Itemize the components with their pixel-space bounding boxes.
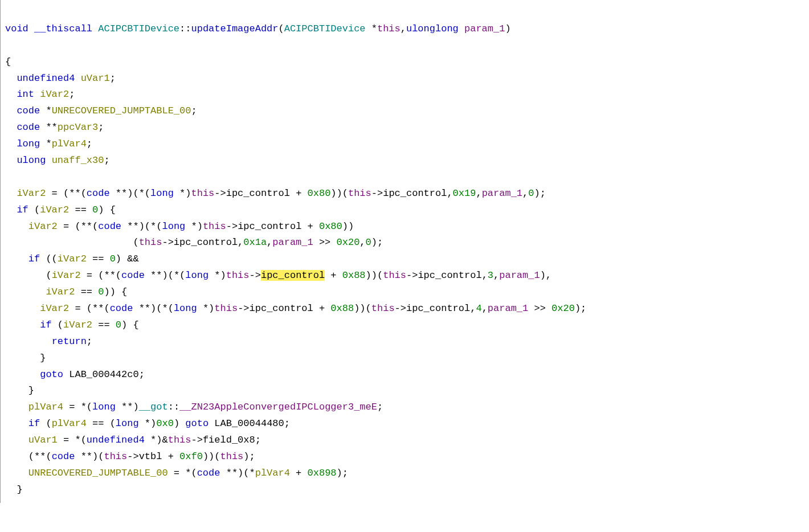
- global-symbol[interactable]: __ZN23AppleConvergedIPCLogger3_meE: [179, 402, 377, 412]
- param-this[interactable]: this: [377, 23, 401, 34]
- local-var[interactable]: ppcVar3: [58, 122, 98, 133]
- param-type: ulonglong: [406, 23, 459, 34]
- label-ref[interactable]: LAB_000442c0: [69, 369, 138, 380]
- decl-type: undefined4: [17, 73, 75, 84]
- open-brace: {: [5, 56, 11, 67]
- var-ref[interactable]: iVar2: [17, 188, 46, 199]
- label-ref[interactable]: LAB_00044480: [214, 418, 284, 429]
- got-ref[interactable]: __got: [139, 402, 168, 412]
- decl-type: code: [17, 122, 40, 133]
- calling-convention: __thiscall: [34, 23, 92, 34]
- local-var[interactable]: iVar2: [40, 89, 69, 100]
- local-var[interactable]: UNRECOVERED_JUMPTABLE_00: [52, 105, 191, 116]
- decl-type: code: [17, 105, 40, 116]
- decl-type: long: [17, 138, 40, 149]
- param-type[interactable]: ACIPCBTIDevice: [284, 23, 366, 34]
- return-type: void: [5, 23, 28, 34]
- field-ref[interactable]: vtbl: [139, 451, 162, 462]
- local-var[interactable]: uVar1: [81, 73, 110, 84]
- decl-type: int: [17, 89, 34, 100]
- highlighted-token[interactable]: ipc_control: [261, 270, 325, 281]
- decl-type: ulong: [17, 155, 46, 166]
- local-var[interactable]: unaff_x30: [52, 155, 104, 166]
- local-var[interactable]: plVar4: [52, 138, 87, 149]
- field-ref[interactable]: ipc_control: [226, 188, 290, 199]
- decompiled-code-view[interactable]: void __thiscall ACIPCBTIDevice::updateIm…: [0, 0, 809, 503]
- field-ref[interactable]: field_0x8: [203, 435, 255, 445]
- param-1[interactable]: param_1: [464, 23, 505, 34]
- method-name[interactable]: updateImageAddr: [191, 23, 278, 34]
- class-name[interactable]: ACIPCBTIDevice: [98, 23, 179, 34]
- signature-line[interactable]: void __thiscall ACIPCBTIDevice::updateIm…: [5, 23, 511, 34]
